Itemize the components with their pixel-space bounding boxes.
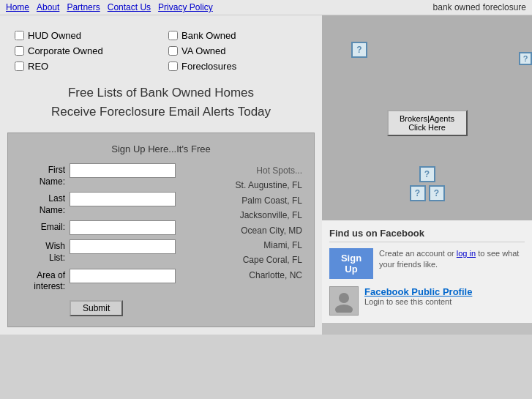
promo-line2: Receive Foreclosure Email Alerts Today <box>7 102 315 122</box>
hotspot-2[interactable]: Jacksonville, FL <box>214 208 302 223</box>
first-name-row: FirstName: <box>20 163 207 187</box>
hotspot-4[interactable]: Miami, FL <box>214 238 302 253</box>
foreclosures-checkbox[interactable] <box>168 61 178 71</box>
promo-line1: Free Lists of Bank Owned Homes <box>7 83 315 102</box>
foreclosures-label: Foreclosures <box>181 61 236 72</box>
nav-home[interactable]: Home <box>6 2 29 12</box>
hotspots-list: Hot Spots... St. Augustine, FL Palm Coas… <box>214 163 302 316</box>
layout: HUD Owned Bank Owned Corporate Owned VA … <box>0 15 532 335</box>
fb-profile-sub: Login to see this content <box>364 297 472 306</box>
email-label: Email: <box>20 220 65 234</box>
fb-signup-button[interactable]: Sign Up <box>329 248 373 279</box>
hotspot-5[interactable]: Cape Coral, FL <box>214 253 302 267</box>
first-name-label: FirstName: <box>20 163 65 187</box>
checkbox-va: VA Owned <box>168 45 315 56</box>
question-box-bottom-left[interactable]: ? <box>410 185 426 201</box>
hud-checkbox[interactable] <box>15 31 24 40</box>
nav-partners[interactable]: Partners <box>67 2 100 12</box>
area-label: Area ofinterest: <box>20 269 65 293</box>
hud-label: HUD Owned <box>28 30 81 41</box>
last-name-row: LastName: <box>20 192 207 216</box>
va-label: VA Owned <box>181 45 225 56</box>
question-box-group: ? ? <box>410 185 445 201</box>
va-checkbox[interactable] <box>168 46 178 56</box>
checkbox-hud: HUD Owned <box>15 30 161 41</box>
bank-checkbox[interactable] <box>168 31 178 40</box>
page-title: bank owned foreclosure <box>433 2 526 12</box>
checkbox-corporate: Corporate Owned <box>15 45 161 56</box>
question-box-mid[interactable]: ? <box>419 166 435 182</box>
promo-text: Free Lists of Bank Owned Homes Receive F… <box>7 83 315 121</box>
svg-point-0 <box>339 293 349 303</box>
signup-box: Sign Up Here...It's Free FirstName: Last… <box>7 133 315 327</box>
main-content: HUD Owned Bank Owned Corporate Owned VA … <box>0 15 322 335</box>
submit-button[interactable]: Submit <box>70 300 123 316</box>
fb-signup-text-before: Create an account or <box>379 249 454 258</box>
hotspot-1[interactable]: Palm Coast, FL <box>214 193 302 208</box>
reo-checkbox[interactable] <box>15 61 24 71</box>
email-row: Email: <box>20 220 207 235</box>
signup-title: Sign Up Here...It's Free <box>20 143 302 154</box>
fb-profile-row: Facebook Public Profile Login to see thi… <box>329 286 525 316</box>
fb-avatar <box>329 286 359 316</box>
sidebar-top: ? ? Brokers|AgentsClick Here ? ? ? <box>322 15 532 220</box>
facebook-section: Find us on Facebook Sign Up Create an ac… <box>322 220 532 323</box>
checkbox-bank: Bank Owned <box>168 30 315 41</box>
hotspot-3[interactable]: Ocean City, MD <box>214 223 302 238</box>
first-name-input[interactable] <box>70 163 176 178</box>
checkbox-grid: HUD Owned Bank Owned Corporate Owned VA … <box>15 30 315 72</box>
question-box-top[interactable]: ? <box>351 42 367 58</box>
reo-label: REO <box>28 61 48 72</box>
nav-contact[interactable]: Contact Us <box>108 2 151 12</box>
sidebar-right-question-icon[interactable]: ? <box>519 52 532 65</box>
checkbox-reo: REO <box>15 61 161 72</box>
checkbox-foreclosures: Foreclosures <box>168 61 315 72</box>
wish-list-input[interactable] <box>70 239 176 254</box>
email-input[interactable] <box>70 220 176 235</box>
hotspot-0[interactable]: St. Augustine, FL <box>214 178 302 193</box>
fb-login-link[interactable]: log in <box>457 249 476 258</box>
hotspots-label: Hot Spots... <box>214 163 302 178</box>
corporate-checkbox[interactable] <box>15 46 24 56</box>
bank-label: Bank Owned <box>181 30 236 41</box>
signup-form: FirstName: LastName: Email: WishList: <box>20 163 207 316</box>
nav-privacy[interactable]: Privacy Policy <box>158 2 213 12</box>
last-name-input[interactable] <box>70 192 176 206</box>
signup-inner: FirstName: LastName: Email: WishList: <box>20 163 302 316</box>
area-input[interactable] <box>70 269 176 283</box>
fb-profile-info: Facebook Public Profile Login to see thi… <box>364 286 472 306</box>
corporate-label: Corporate Owned <box>28 45 103 56</box>
fb-profile-name[interactable]: Facebook Public Profile <box>364 286 472 297</box>
last-name-label: LastName: <box>20 192 65 216</box>
sidebar: ? ? Brokers|AgentsClick Here ? ? ? Find … <box>322 15 532 335</box>
hotspot-6[interactable]: Charlotte, NC <box>214 268 302 283</box>
brokers-button[interactable]: Brokers|AgentsClick Here <box>387 110 468 136</box>
wish-list-label: WishList: <box>20 239 65 264</box>
svg-point-1 <box>335 305 353 313</box>
fb-signup-text: Create an account or log in to see what … <box>379 248 525 271</box>
nav-about[interactable]: About <box>37 2 59 12</box>
facebook-title: Find us on Facebook <box>329 228 525 242</box>
area-row: Area ofinterest: <box>20 269 207 293</box>
fb-signup-row: Sign Up Create an account or log in to s… <box>329 248 525 279</box>
top-nav: Home About Partners Contact Us Privacy P… <box>0 0 532 15</box>
question-box-bottom-right[interactable]: ? <box>429 185 445 201</box>
wish-list-row: WishList: <box>20 239 207 264</box>
